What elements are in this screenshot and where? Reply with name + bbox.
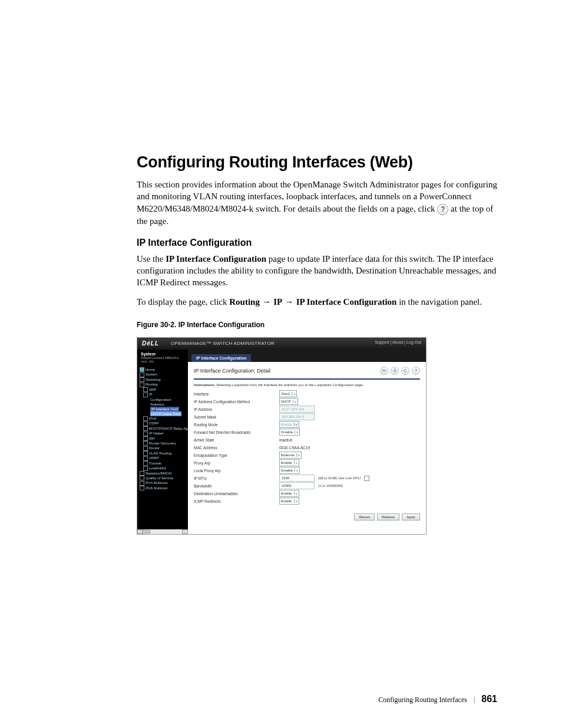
panel-toolbar: H ⎙ C ? bbox=[380, 367, 420, 375]
document-page: Configuring Routing Interfaces (Web) Thi… bbox=[0, 0, 562, 728]
help-icon[interactable]: ? bbox=[412, 367, 420, 375]
help-icon: ? bbox=[437, 204, 448, 215]
tree-item-dhcp-lease[interactable]: DHCP Lease Para bbox=[137, 411, 188, 416]
nav-sidebar: System PowerConnect M8024-k root, r/w Ho… bbox=[137, 350, 188, 534]
select-input: Enablev bbox=[279, 421, 299, 428]
tree-item-qos[interactable]: Quality of Service bbox=[137, 476, 188, 480]
select-input[interactable]: Enablev bbox=[279, 459, 299, 466]
form-row: Subnet Mask255.255.255.0 bbox=[194, 413, 420, 421]
tree-item-arp[interactable]: ARP bbox=[137, 387, 188, 392]
tree-item-configuration[interactable]: Configuration bbox=[137, 397, 188, 402]
select-input[interactable]: Enablev bbox=[279, 490, 299, 497]
panel-header: IP Interface Configuration: Detail H ⎙ C… bbox=[194, 367, 420, 380]
text-input[interactable]: 1500 bbox=[279, 475, 315, 482]
field-control: Enablev bbox=[279, 490, 299, 497]
nav-path-ip: IP bbox=[273, 297, 282, 307]
sidebar-scrollbar[interactable] bbox=[137, 529, 188, 534]
field-control: Vlan1v bbox=[279, 390, 297, 397]
select-input[interactable]: Disablev bbox=[279, 429, 300, 436]
tree-item-ip-interface[interactable]: IP Interface Conf bbox=[137, 407, 188, 411]
sidebar-device: PowerConnect M8024-k bbox=[137, 356, 188, 360]
field-label: IP Address Configuration Method bbox=[194, 400, 279, 404]
select-input[interactable]: Ethernetv bbox=[279, 452, 302, 459]
nav-path-ipif: IP Interface Configuration bbox=[296, 297, 397, 307]
app-screenshot: DéLL OPENMANAGE™ SWITCH ADMINISTRATOR Su… bbox=[137, 337, 427, 535]
form-rows: InterfaceVlan1vIP Address Configuration … bbox=[194, 390, 420, 505]
field-label: IP Address bbox=[194, 407, 279, 411]
content-pane: IP Interface Configuration IP Interface … bbox=[188, 350, 426, 534]
sidebar-heading: System bbox=[137, 352, 188, 356]
tree-item-system[interactable]: System bbox=[137, 372, 188, 377]
use-link-mtu-checkbox[interactable] bbox=[364, 476, 369, 481]
dell-logo: DéLL bbox=[142, 340, 159, 347]
field-control: Enablev bbox=[279, 459, 299, 466]
tree-item-rip[interactable]: RIP bbox=[137, 436, 188, 441]
static-value: Inactive bbox=[279, 438, 292, 442]
footer-separator: | bbox=[474, 696, 475, 704]
nav-c: in the navigation panel. bbox=[396, 297, 482, 307]
nav-a: To display the page, click bbox=[137, 297, 229, 307]
tree-item-tunnels[interactable]: Tunnels bbox=[137, 461, 188, 466]
instr-text: Selecting Loopbacks from the interface l… bbox=[215, 383, 363, 387]
save-icon[interactable]: H bbox=[380, 367, 388, 375]
field-control: DHCPv bbox=[279, 398, 298, 405]
use-bold: IP Interface Configuration bbox=[166, 254, 266, 263]
select-input[interactable]: Vlan1v bbox=[279, 390, 297, 397]
field-label: Subnet Mask bbox=[194, 415, 279, 419]
tree-item-statistics[interactable]: Statistics bbox=[137, 402, 188, 407]
field-control: Disablev bbox=[279, 467, 300, 474]
field-control: Inactive bbox=[279, 438, 292, 442]
select-input[interactable]: Enablev bbox=[279, 498, 299, 505]
arrow-icon: → bbox=[282, 297, 296, 307]
form-row: Local Proxy ArpDisablev bbox=[194, 467, 420, 475]
tree-item-statistics-rmon[interactable]: Statistics/RMON bbox=[137, 471, 188, 476]
tab-ip-interface[interactable]: IP Interface Configuration bbox=[191, 354, 251, 362]
field-hint: (1 to 10000000) bbox=[318, 484, 343, 487]
field-label: Bandwidth bbox=[194, 484, 279, 488]
text-input[interactable]: 10000 bbox=[279, 482, 315, 489]
top-links[interactable]: Support | About | Log Out bbox=[375, 340, 421, 344]
select-input[interactable]: Disablev bbox=[279, 467, 300, 474]
form-row: Routing ModeEnablev bbox=[194, 421, 420, 429]
field-label: MAC Address bbox=[194, 446, 279, 450]
refresh-icon[interactable]: C bbox=[401, 367, 409, 375]
tree-item-ipv6-multicast[interactable]: IPv6 Multicast bbox=[137, 486, 188, 490]
page-number: 861 bbox=[481, 694, 497, 704]
renew-button[interactable]: Renew bbox=[354, 513, 375, 521]
use-paragraph: Use the IP Interface Configuration page … bbox=[137, 253, 497, 289]
nav-tree: Home System Switching Routing ARP IP Con… bbox=[137, 367, 188, 490]
apply-button[interactable]: Apply bbox=[402, 513, 420, 521]
tree-item-routing[interactable]: Routing bbox=[137, 382, 188, 387]
field-label: Forward Net Directed Broadcasts bbox=[194, 430, 279, 434]
form-row: Destination UnreachablesEnablev bbox=[194, 490, 420, 498]
tree-item-ospf[interactable]: OSPF bbox=[137, 421, 188, 426]
print-icon[interactable]: ⎙ bbox=[391, 367, 399, 375]
field-control: 1500(68 to 9198) Use Link MTU bbox=[279, 475, 369, 482]
field-control: Ethernetv bbox=[279, 452, 302, 459]
form-row: MAC Address001E.C9AA.AC19 bbox=[194, 444, 420, 452]
use-a: Use the bbox=[137, 254, 166, 263]
tree-item-ipv6[interactable]: IPv6 bbox=[137, 416, 188, 421]
tree-item-vrrp[interactable]: VRRP bbox=[137, 456, 188, 460]
field-control: Enablev bbox=[279, 498, 299, 505]
field-control: 10.27.204.154 bbox=[279, 406, 315, 413]
tree-item-ip[interactable]: IP bbox=[137, 392, 188, 397]
app-shell: System PowerConnect M8024-k root, r/w Ho… bbox=[137, 350, 426, 534]
release-button[interactable]: Release bbox=[377, 513, 399, 521]
tree-item-switching[interactable]: Switching bbox=[137, 377, 188, 382]
form-row: InterfaceVlan1v bbox=[194, 390, 420, 398]
tree-item-router-discovery[interactable]: Router Discovery bbox=[137, 441, 188, 446]
static-value: 001E.C9AA.AC19 bbox=[279, 446, 310, 450]
tree-item-ipv4-multicast[interactable]: IPv4 Multicast bbox=[137, 480, 188, 485]
tree-item-router[interactable]: Router bbox=[137, 446, 188, 450]
select-input[interactable]: DHCPv bbox=[279, 398, 298, 405]
nav-path-routing: Routing bbox=[229, 297, 260, 307]
tree-item-vlan-routing[interactable]: VLAN Routing bbox=[137, 451, 188, 456]
tree-item-bootp[interactable]: BOOTP/DHCP Relay Age bbox=[137, 426, 188, 431]
field-control: Disablev bbox=[279, 429, 300, 436]
tree-item-loopbacks[interactable]: Loopbacks bbox=[137, 466, 188, 470]
tree-item-iphelper[interactable]: IP Helper bbox=[137, 431, 188, 436]
field-label: Active State bbox=[194, 438, 279, 442]
tree-item-home[interactable]: Home bbox=[137, 367, 188, 372]
footer-title: Configuring Routing Interfaces bbox=[378, 696, 467, 704]
